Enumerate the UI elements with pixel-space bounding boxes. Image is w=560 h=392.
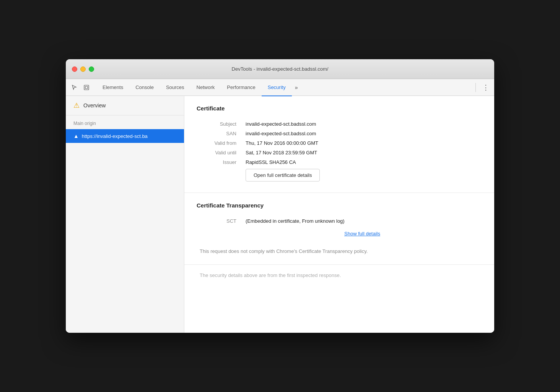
table-row: SCT (Embedded in certificate, From unkno… [197, 216, 482, 226]
sidebar-overview[interactable]: ⚠ Overview [66, 96, 184, 115]
footer-section: The security details above are from the … [184, 265, 494, 286]
cert-valid-from-value: Thu, 17 Nov 2016 00:00:00 GMT [243, 138, 482, 148]
cert-issuer-label: Issuer [197, 157, 243, 167]
toolbar-icons [69, 82, 92, 93]
transparency-section: Certificate Transparency SCT (Embedded i… [184, 193, 494, 265]
cert-san-value: invalid-expected-sct.badssl.com [243, 129, 482, 138]
toolbar-separator [475, 83, 476, 92]
tab-network[interactable]: Network [190, 79, 221, 96]
cert-san-label: SAN [197, 129, 243, 138]
minimize-button[interactable] [80, 66, 86, 72]
traffic-lights [72, 66, 94, 72]
detail-panel: Certificate Subject invalid-expected-sct… [184, 96, 494, 333]
window-title: DevTools - invalid-expected-sct.badssl.c… [232, 66, 329, 72]
svg-rect-0 [84, 85, 89, 90]
cursor-icon[interactable] [69, 82, 80, 93]
sidebar-origin-item[interactable]: ▲ https://invalid-expected-sct.ba [66, 129, 184, 143]
more-tabs-button[interactable]: » [292, 79, 301, 96]
cert-valid-until-label: Valid until [197, 148, 243, 157]
table-row: Issuer RapidSSL SHA256 CA [197, 157, 482, 167]
cert-subject-value: invalid-expected-sct.badssl.com [243, 119, 482, 129]
tab-performance[interactable]: Performance [221, 79, 261, 96]
table-row: Show full details [197, 226, 482, 243]
sct-value: (Embedded in certificate, From unknown l… [243, 216, 482, 226]
certificate-table: Subject invalid-expected-sct.badssl.com … [197, 119, 482, 183]
sidebar: ⚠ Overview Main origin ▲ https://invalid… [66, 96, 184, 333]
table-row: Subject invalid-expected-sct.badssl.com [197, 119, 482, 129]
title-bar: DevTools - invalid-expected-sct.badssl.c… [66, 59, 494, 79]
table-row: SAN invalid-expected-sct.badssl.com [197, 129, 482, 138]
cert-btn-cell: Open full certificate details [243, 167, 482, 183]
cert-valid-from-label: Valid from [197, 138, 243, 148]
main-content: ⚠ Overview Main origin ▲ https://invalid… [66, 96, 494, 333]
certificate-title: Certificate [197, 105, 482, 112]
tab-console[interactable]: Console [129, 79, 160, 96]
ct-table: SCT (Embedded in certificate, From unkno… [197, 216, 482, 243]
origin-warning-icon: ▲ [73, 133, 79, 139]
svg-rect-1 [85, 86, 88, 89]
more-options-button[interactable]: ⋮ [480, 82, 491, 93]
certificate-section: Certificate Subject invalid-expected-sct… [184, 96, 494, 193]
origin-url: https://invalid-expected-sct.ba [82, 133, 148, 139]
tab-elements[interactable]: Elements [96, 79, 129, 96]
cert-subject-label: Subject [197, 119, 243, 129]
cert-issuer-value: RapidSSL SHA256 CA [243, 157, 482, 167]
show-full-details-cell: Show full details [243, 226, 482, 243]
toolbar: Elements Console Sources Network Perform… [66, 79, 494, 96]
maximize-button[interactable] [89, 66, 94, 72]
tab-sources[interactable]: Sources [160, 79, 190, 96]
table-row: Open full certificate details [197, 167, 482, 183]
devtools-window: DevTools - invalid-expected-sct.badssl.c… [66, 59, 494, 333]
open-cert-button[interactable]: Open full certificate details [246, 169, 320, 181]
warning-icon: ⚠ [73, 101, 80, 110]
table-row: Valid until Sat, 17 Nov 2018 23:59:59 GM… [197, 148, 482, 157]
transparency-title: Certificate Transparency [197, 202, 482, 209]
table-row: Valid from Thu, 17 Nov 2016 00:00:00 GMT [197, 138, 482, 148]
footer-note: The security details above are from the … [200, 272, 479, 278]
layers-icon[interactable] [81, 82, 92, 93]
overview-label: Overview [83, 102, 106, 109]
show-full-details-link[interactable]: Show full details [246, 231, 479, 236]
ct-warning-text: This request does not comply with Chrome… [197, 248, 482, 255]
tab-security[interactable]: Security [262, 79, 292, 96]
close-button[interactable] [72, 66, 77, 72]
toolbar-right: ⋮ [474, 82, 491, 93]
cert-valid-until-value: Sat, 17 Nov 2018 23:59:59 GMT [243, 148, 482, 157]
tab-bar: Elements Console Sources Network Perform… [96, 79, 474, 96]
sct-label: SCT [197, 216, 243, 226]
main-origin-label: Main origin [66, 115, 184, 129]
